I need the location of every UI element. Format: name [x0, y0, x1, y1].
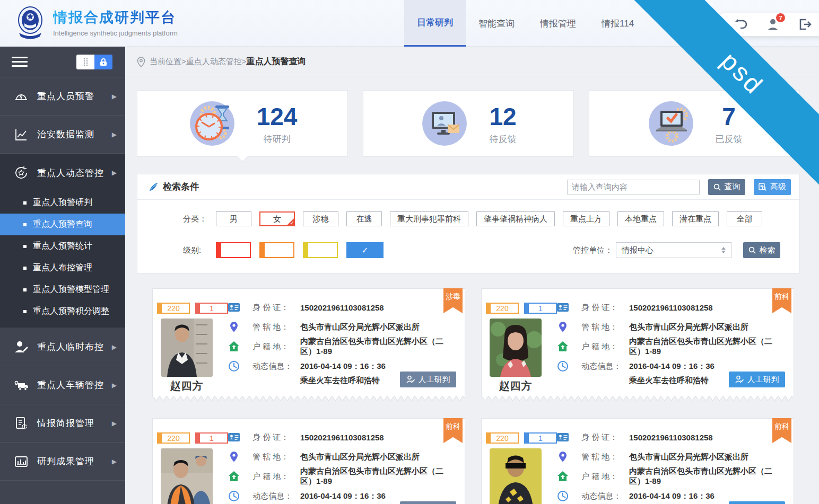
query-button[interactable]: 查询 — [708, 179, 745, 195]
sidebar-subitem-label: 重点人布控管理 — [33, 262, 92, 273]
category-filter-row: 分类： 男 女✓ 涉稳 在逃 重大刑事犯罪前科 肇事肇祸精神病人 重点上方 本地… — [183, 211, 780, 226]
sidebar-subitem-alert-statistics[interactable]: 重点人预警统计 — [0, 235, 125, 257]
level-yellow-swatch[interactable] — [303, 242, 338, 258]
person-photo[interactable] — [490, 319, 542, 377]
nav-tab-smart-query[interactable]: 智能查询 — [466, 0, 527, 47]
residence: 内蒙古自治区包头市青山区光辉小区（二区）1-89 — [629, 337, 787, 357]
location-pin-icon — [137, 57, 145, 67]
sidebar-item-label: 重点人动态管控 — [37, 167, 112, 179]
filter-title: 检索条件 — [163, 181, 199, 193]
manual-research-button[interactable]: 人工研判 — [400, 372, 456, 387]
category-label: 分类： — [183, 214, 216, 224]
manual-research-button[interactable]: 人工研判 — [400, 501, 456, 504]
score-badge: 220 — [486, 432, 519, 444]
sidebar-item-temp-control[interactable]: 重点人临时布控 ▶ — [0, 328, 125, 366]
category-male[interactable]: 男 — [216, 211, 251, 226]
person-card[interactable]: 前科 220 1 赵四方 身 份 证： 1502021961103081258 — [481, 288, 794, 396]
grip-icon[interactable] — [76, 55, 94, 69]
id-number: 1502021961103081258 — [300, 303, 384, 312]
clock-icon — [557, 490, 569, 502]
stat-value: 7 — [716, 102, 743, 131]
breadcrumb-parent[interactable]: 重点人动态管控 — [186, 57, 242, 66]
stat-card-pending-feedback[interactable]: 12 待反馈 — [363, 90, 574, 157]
level-selected-swatch[interactable]: ✓ — [346, 242, 384, 258]
level-red-swatch[interactable] — [216, 242, 251, 258]
sidebar-item-key-person-dynamic-control[interactable]: 重点人动态管控 ▶ — [0, 154, 125, 192]
category-fugitive[interactable]: 在逃 — [346, 211, 382, 226]
id-number: 1502021961103081258 — [629, 303, 713, 312]
search-button[interactable]: 检索 — [743, 242, 780, 258]
home-icon — [557, 341, 569, 352]
person-card[interactable]: 涉毒 220 1 赵四方 身 份 证： 1502021961103081258 — [152, 288, 465, 396]
category-stability[interactable]: 涉稳 — [303, 211, 338, 226]
updown-icon — [721, 247, 726, 253]
category-local-key[interactable]: 本地重点 — [617, 211, 664, 226]
score-badge: 220 — [157, 303, 190, 314]
rank-badge: 1 — [524, 432, 557, 444]
manual-research-button[interactable]: 人工研判 — [729, 501, 785, 504]
bullet-icon — [23, 310, 27, 313]
sidebar-pin-toggle — [76, 55, 112, 69]
category-potential-key[interactable]: 潜在重点 — [672, 211, 719, 226]
lock-icon[interactable] — [94, 55, 112, 69]
sidebar-subitem-alert-research[interactable]: 重点人预警研判 — [0, 192, 125, 214]
id-number: 1502021961103081258 — [629, 433, 713, 442]
category-key-petition[interactable]: 重点上方 — [563, 211, 609, 226]
person-photo[interactable] — [161, 448, 213, 504]
sidebar-subitem-alert-query[interactable]: 重点人预警查询 — [0, 214, 125, 235]
sidebar-subitem-model-mgmt[interactable]: 重点人预警模型管理 — [0, 279, 125, 300]
search-input[interactable] — [567, 180, 700, 194]
bullet-icon — [23, 267, 27, 270]
category-criminal-record[interactable]: 重大刑事犯罪前科 — [390, 211, 468, 226]
chevron-right-icon: ▶ — [112, 169, 117, 176]
person-card[interactable]: 前科 220 1 赵四方 身 份 证： 1502021961103081258 — [481, 418, 794, 504]
level-orange-swatch[interactable] — [259, 242, 294, 258]
bar-chart-box-icon — [14, 454, 29, 469]
clock-icon — [228, 360, 240, 372]
person-name: 赵四方 — [153, 379, 221, 393]
document-search-icon — [759, 183, 766, 191]
sidebar-item-briefing-mgmt[interactable]: 情报简报管理 ▶ — [0, 404, 125, 443]
document-gear-icon — [14, 416, 29, 431]
sidebar-item-security-data-monitor[interactable]: 治安数据监测 ▶ — [0, 116, 125, 154]
feather-icon — [148, 182, 159, 192]
advanced-button[interactable]: 高级 — [754, 179, 791, 195]
logout-icon[interactable] — [798, 17, 812, 31]
nav-tab-intel-mgmt[interactable]: 情报管理 — [527, 0, 589, 47]
dynamic-time: 2016-04-14 09：16：36 — [300, 361, 386, 372]
person-photo[interactable] — [490, 448, 542, 504]
nav-tab-daily[interactable]: 日常研判 — [404, 0, 466, 47]
person-card-grid: 涉毒 220 1 赵四方 身 份 证： 1502021961103081258 — [152, 288, 794, 504]
clock-hourglass-icon — [188, 99, 237, 148]
category-mental-patient[interactable]: 肇事肇祸精神病人 — [476, 211, 555, 226]
person-photo[interactable] — [161, 319, 213, 377]
monitor-message-icon — [420, 99, 469, 148]
sidebar-subitem-label: 重点人预警积分调整 — [33, 306, 109, 317]
sidebar-item-key-person-alert[interactable]: 重点人员预警 ▶ — [0, 77, 125, 116]
score-badge: 220 — [486, 303, 519, 314]
person-card[interactable]: 前科 220 1 赵四方 身 份 证： 1502021961103081258 — [152, 418, 465, 504]
undo-icon[interactable] — [734, 17, 748, 31]
person-check-icon — [406, 375, 415, 384]
sidebar-item-label: 情报简报管理 — [37, 417, 112, 429]
refresh-star-icon — [14, 165, 29, 180]
sidebar-subitem-score-adjust[interactable]: 重点人预警积分调整 — [0, 300, 125, 322]
manual-research-button[interactable]: 人工研判 — [729, 372, 785, 387]
id-number: 1502021961103081258 — [300, 433, 384, 442]
breadcrumb-current: 重点人预警查询 — [247, 56, 306, 67]
stat-card-pending-research[interactable]: 124 待研判 — [137, 90, 348, 157]
filter-panel: 检索条件 查询 高级 分类： 男 女✓ 涉稳 在逃 — [137, 174, 800, 273]
user-notifications-icon[interactable]: 7 — [766, 17, 780, 31]
sidebar-item-result-mgmt[interactable]: 研判成果管理 ▶ — [0, 443, 125, 481]
nav-tab-intel-114[interactable]: 情报114 — [589, 0, 647, 47]
sidebar-item-label: 研判成果管理 — [37, 455, 112, 467]
chevron-right-icon: ▶ — [112, 458, 117, 465]
category-female[interactable]: 女✓ — [259, 211, 295, 226]
menu-collapse-icon[interactable] — [12, 54, 28, 69]
app-subtitle: Intelligence synthetic judgments platfor… — [53, 29, 178, 37]
unit-select[interactable]: 情报中心 — [616, 242, 731, 258]
sidebar-item-vehicle-control[interactable]: 重点人车辆管控 ▶ — [0, 366, 125, 404]
sidebar-subitem-control-mgmt[interactable]: 重点人布控管理 — [0, 257, 125, 279]
chevron-right-icon: ▶ — [112, 382, 117, 389]
category-all[interactable]: 全部 — [727, 211, 762, 226]
